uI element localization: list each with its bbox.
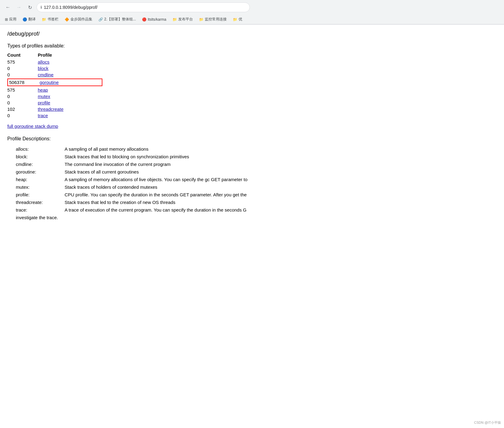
count-cell: 575 [7,59,38,65]
description-item: cmdline:The command line invocation of t… [16,162,358,167]
bookmark-item[interactable]: 🔴ltslts/karma [140,16,169,23]
description-item: goroutine:Stack traces of all current go… [16,169,358,174]
bookmark-icon: 📁 [172,17,177,22]
description-item: trace:A trace of execution of the curren… [16,207,358,212]
count-header: Count [7,52,38,58]
desc-term: allocs: [16,146,65,152]
profile-link-allocs[interactable]: allocs [38,59,99,65]
profile-header: Profile [38,52,99,58]
bookmark-icon: 🔶 [65,17,69,22]
address-bar[interactable]: ℹ 127.0.0.1:8099/debug/pprof/ [37,2,250,12]
table-header: Count Profile [7,52,358,58]
profile-link-mutex[interactable]: mutex [38,94,99,99]
table-row: 575heap [7,87,358,93]
bookmark-label: ltslts/karma [148,17,166,22]
bookmark-icon: 🔵 [23,17,27,22]
desc-text: Stack traces that led to blocking on syn… [65,154,189,159]
description-item: block:Stack traces that led to blocking … [16,154,358,159]
table-row: 0block [7,65,358,72]
bookmark-icon: ⊞ [5,17,8,22]
browser-nav: ← → ↻ ℹ 127.0.0.1:8099/debug/pprof/ [0,0,504,15]
desc-text: Stack traces that led to the creation of… [65,200,176,205]
desc-text: A trace of execution of the current prog… [65,207,247,212]
desc-text: A sampling of all past memory allocation… [65,146,148,152]
bookmark-item[interactable]: 🔗2.【部署】整体组... [96,16,138,23]
forward-button[interactable]: → [15,3,23,12]
desc-term: trace: [16,207,65,212]
profile-link-threadcreate[interactable]: threadcreate [38,107,99,112]
description-item: profile:CPU profile. You can specify the… [16,192,358,197]
description-item: mutex:Stack traces of holders of contend… [16,184,358,190]
bookmarks-bar: ⊞应用🔵翻译📁书签栏🔶金步国作品集🔗2.【部署】整体组...🔴ltslts/ka… [0,15,504,24]
desc-text: CPU profile. You can specify the duratio… [65,192,247,197]
desc-term: cmdline: [16,162,65,167]
bookmark-label: 优 [239,17,242,22]
bookmark-item[interactable]: 📁发布平台 [170,16,195,23]
profile-link-profile[interactable]: profile [38,100,99,105]
table-row: 0trace [7,112,358,119]
bookmark-label: 2.【部署】整体组... [104,17,136,22]
desc-text: Stack traces of holders of contended mut… [65,184,157,190]
back-button[interactable]: ← [4,3,12,12]
desc-term: mutex: [16,184,65,190]
profile-link-block[interactable]: block [38,66,99,71]
descriptions-list: allocs:A sampling of all past memory all… [7,146,358,212]
bookmark-label: 翻译 [28,17,36,22]
bookmark-label: 书签栏 [48,17,59,22]
desc-text: The command line invocation of the curre… [65,162,171,167]
table-row: 575allocs [7,59,358,65]
profile-link-trace[interactable]: trace [38,113,99,118]
count-cell: 506378 [9,80,40,85]
lock-icon: ℹ [41,5,42,9]
bookmark-item[interactable]: 🔶金步国作品集 [62,16,95,23]
bookmark-item[interactable]: 🔵翻译 [20,16,38,23]
desc-term: profile: [16,192,65,197]
description-item: threadcreate:Stack traces that led to th… [16,200,358,205]
descriptions-title: Profile Descriptions: [7,136,358,142]
desc-text: A sampling of memory allocations of live… [65,177,247,182]
description-item: heap:A sampling of memory allocations of… [16,177,358,182]
table-row: 0mutex [7,93,358,100]
count-cell: 102 [7,107,38,112]
page-path: /debug/pprof/ [7,31,358,37]
bookmark-label: 金步国作品集 [70,17,92,22]
profiles-table: Count Profile 575allocs0block0cmdline506… [7,52,358,119]
bookmark-icon: 📁 [199,17,204,22]
investigate-text: investigate the trace. [16,215,358,220]
count-cell: 0 [7,66,38,71]
description-item: allocs:A sampling of all past memory all… [16,146,358,152]
table-row-highlighted: 506378goroutine [7,79,102,86]
reload-button[interactable]: ↻ [26,3,34,12]
desc-term: threadcreate: [16,200,65,205]
count-cell: 0 [7,100,38,105]
bookmark-label: 应用 [9,17,16,22]
profile-link-heap[interactable]: heap [38,87,99,93]
browser-chrome: ← → ↻ ℹ 127.0.0.1:8099/debug/pprof/ ⊞应用🔵… [0,0,504,25]
profile-link-goroutine[interactable]: goroutine [40,80,101,85]
bookmark-label: 发布平台 [178,17,193,22]
bookmark-icon: 📁 [42,17,46,22]
profiles-title: Types of profiles available: [7,43,358,49]
bookmark-icon: 🔗 [98,17,103,22]
profile-rows-container: 575allocs0block0cmdline506378goroutine57… [7,59,358,119]
bookmark-icon: 🔴 [142,17,147,22]
count-cell: 0 [7,94,38,99]
count-cell: 0 [7,113,38,118]
page-content: /debug/pprof/ Types of profiles availabl… [0,25,366,226]
bookmark-item[interactable]: 📁优 [230,16,245,23]
bookmark-item[interactable]: ⊞应用 [2,16,19,23]
full-dump-link[interactable]: full goroutine stack dump [7,124,358,129]
table-row: 102threadcreate [7,106,358,112]
desc-term: goroutine: [16,169,65,174]
desc-term: block: [16,154,65,159]
profile-link-cmdline[interactable]: cmdline [38,72,99,77]
count-cell: 0 [7,72,38,77]
bookmark-icon: 📁 [233,17,237,22]
bookmark-item[interactable]: 📁监控常用连接 [197,16,229,23]
url-text: 127.0.0.1:8099/debug/pprof/ [44,5,98,10]
desc-term: heap: [16,177,65,182]
count-cell: 575 [7,87,38,93]
bookmark-item[interactable]: 📁书签栏 [39,16,61,23]
table-row: 0profile [7,100,358,106]
desc-text: Stack traces of all current goroutines [65,169,139,174]
